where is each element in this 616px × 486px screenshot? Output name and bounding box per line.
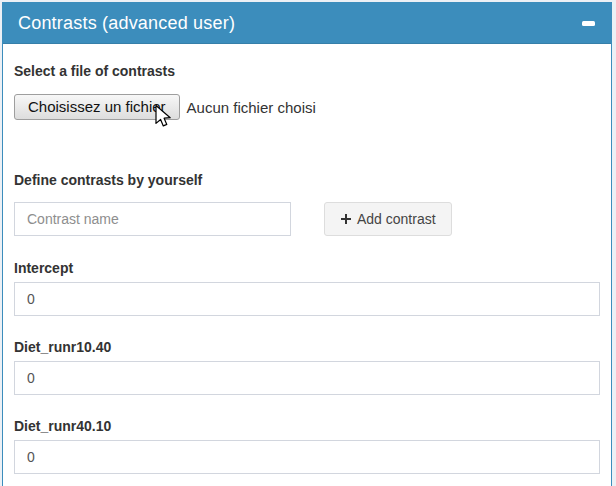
contrast-value-input[interactable]: [14, 282, 600, 316]
contrast-name-input[interactable]: [14, 202, 291, 236]
contrasts-panel: Contrasts (advanced user) Select a file …: [2, 2, 612, 486]
define-contrasts-row: Add contrast: [14, 202, 600, 236]
contrast-field-label: Diet_runr10.40: [14, 340, 600, 354]
file-status-text: Aucun fichier choisi: [187, 99, 316, 116]
file-input-group: Select a file of contrasts Choisissez un…: [14, 64, 600, 120]
file-section-label: Select a file of contrasts: [14, 64, 600, 78]
add-contrast-button[interactable]: Add contrast: [324, 202, 452, 236]
define-contrasts-group: Define contrasts by yourself Add contras…: [14, 173, 600, 236]
contrast-field-diet-runr40-10: Diet_runr40.10: [14, 419, 600, 474]
panel-title: Contrasts (advanced user): [18, 14, 235, 32]
panel-header: Contrasts (advanced user): [3, 3, 611, 44]
panel-body: Select a file of contrasts Choisissez un…: [3, 44, 611, 486]
page-background: Contrasts (advanced user) Select a file …: [0, 0, 616, 486]
contrast-field-intercept: Intercept: [14, 261, 600, 316]
contrast-field-diet-runr10-40: Diet_runr10.40: [14, 340, 600, 395]
contrast-value-input[interactable]: [14, 440, 600, 474]
minus-icon: [582, 21, 595, 26]
file-browse-button[interactable]: Choisissez un fichier: [14, 94, 180, 120]
add-contrast-label: Add contrast: [357, 211, 436, 227]
contrast-field-label: Diet_runr40.10: [14, 419, 600, 433]
define-section-label: Define contrasts by yourself: [14, 173, 600, 187]
contrast-value-input[interactable]: [14, 361, 600, 395]
plus-icon: [340, 213, 352, 225]
file-input-row: Choisissez un fichier Aucun fichier choi…: [14, 94, 600, 120]
contrast-field-label: Intercept: [14, 261, 600, 275]
collapse-button[interactable]: [576, 3, 601, 43]
